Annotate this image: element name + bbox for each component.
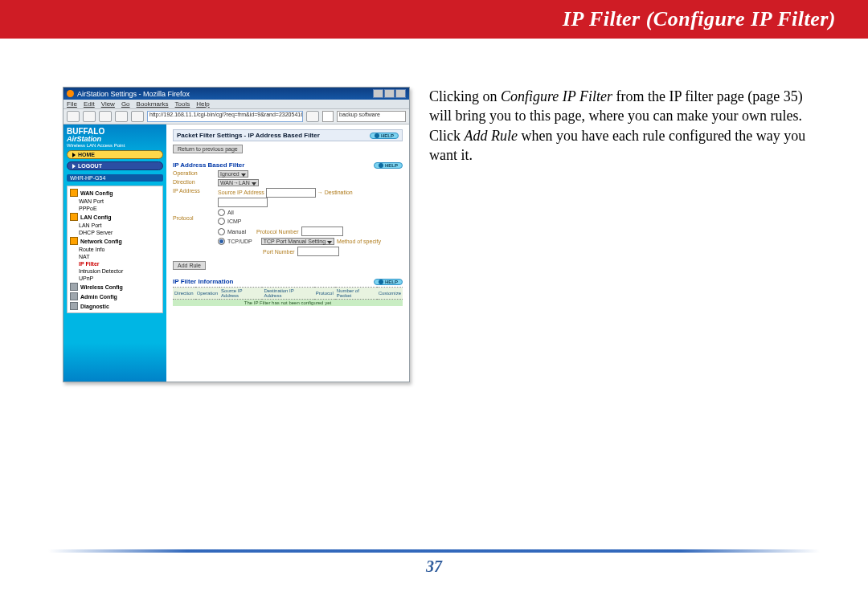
close-button[interactable] [395,89,406,98]
para-em: Add Rule [465,128,518,144]
ip-filter-info-table: Direction Operation Source IP Address De… [173,287,403,306]
col-packet-count: Number of Packet [335,288,377,300]
window-title-bar: AirStation Settings - Mozilla Firefox [63,88,409,100]
sidebar: BUFFALO AirStation Wireless LAN Access P… [63,124,166,382]
radio-manual-label: Manual [227,229,246,235]
nav-pppoe[interactable]: PPPoE [68,205,162,212]
menu-help[interactable]: Help [196,100,209,108]
search-engine-icon[interactable] [322,111,334,122]
col-operation: Operation [195,288,219,300]
content-page-title: Packet Filter Settings - IP Address Base… [173,129,403,141]
nav-label: DHCP Server [79,230,113,235]
menu-edit[interactable]: Edit [84,100,95,108]
nav-wan-port[interactable]: WAN Port [68,198,162,205]
nav-label: WAN Config [80,190,113,196]
nav-lan-port[interactable]: LAN Port [68,222,162,229]
return-button[interactable]: Return to previous page [173,145,243,153]
protocol-number-input[interactable] [301,227,343,236]
section-ip-filter-info-heading: IP Filter Information HELP [173,278,403,285]
menu-go[interactable]: Go [121,100,130,108]
help-button[interactable]: HELP [374,279,403,285]
home-label: HOME [78,152,95,157]
nav-ip-filter[interactable]: IP Filter [68,260,162,267]
nav-diagnostic[interactable]: Diagnostic [68,301,162,311]
nav-lan-config[interactable]: LAN Config [68,212,162,222]
arrow-right-icon [72,164,76,169]
radio-all-label: All [227,210,234,215]
menu-file[interactable]: File [67,100,77,108]
nav-route-info[interactable]: Route Info [68,246,162,253]
protocol-label: Protocol [173,215,213,221]
content-pane: Packet Filter Settings - IP Address Base… [166,124,409,382]
para-text: Clicking on [429,88,501,104]
nav-label: Network Config [80,239,122,244]
browser-toolbar: http://192.168.11.1/cgi-bin/cgi?req=frm&… [63,109,409,124]
nav-label: LAN Config [80,214,112,220]
nav-list: WAN Config WAN Port PPPoE LAN Config LAN… [67,186,163,313]
nav-admin-config[interactable]: Admin Config [68,292,162,301]
radio-tcpudp[interactable] [218,238,225,245]
nav-label: IP Filter [79,261,100,267]
address-bar[interactable]: http://192.168.11.1/cgi-bin/cgi?req=frm&… [147,111,303,122]
reload-button[interactable] [99,111,112,122]
empty-state-row: The IP Filter has not been configured ye… [173,300,403,307]
col-direction: Direction [173,288,195,300]
tcp-port-select[interactable]: TCP Port Manual Setting [261,238,334,245]
menu-view[interactable]: View [101,100,115,108]
radio-icmp[interactable] [218,218,225,225]
arrow-right-icon [72,153,76,157]
folder-icon [70,213,78,221]
nav-label: NAT [79,254,89,259]
home-button[interactable] [131,111,144,122]
dest-ip-input[interactable] [218,198,268,207]
nav-label: PPPoE [79,206,97,211]
operation-label: Operation [173,170,213,176]
port-number-label: Port Number [263,249,295,255]
direction-select[interactable]: WAN→LAN [218,179,259,186]
help-button[interactable]: HELP [370,133,399,139]
back-button[interactable] [67,111,80,122]
brand-main: AirStation [67,136,163,143]
home-pill-button[interactable]: HOME [67,150,163,159]
ip-address-label: IP Address [173,188,213,194]
logout-pill-button[interactable]: LOGOUT [67,161,163,170]
nav-wan-config[interactable]: WAN Config [68,188,162,198]
source-ip-input[interactable] [266,188,316,198]
nav-wireless-config[interactable]: Wireless Config [68,282,162,292]
search-input[interactable]: backup software [337,111,406,122]
nav-label: Intrusion Detector [79,268,123,274]
nav-label: WAN Port [79,198,104,204]
nav-upnp[interactable]: UPnP [68,275,162,282]
folder-icon [70,237,78,245]
para-em: Configure IP Filter [501,88,612,104]
radio-manual[interactable] [218,228,225,235]
nav-nat[interactable]: NAT [68,253,162,260]
nav-dhcp-server[interactable]: DHCP Server [68,229,162,236]
forward-button[interactable] [83,111,96,122]
maximize-button[interactable] [384,89,395,98]
menu-bookmarks[interactable]: Bookmarks [137,100,169,108]
go-button[interactable] [306,111,319,122]
source-ip-label: Source IP Address [218,190,264,195]
add-rule-button[interactable]: Add Rule [173,261,206,270]
port-number-input[interactable] [297,247,339,256]
nav-label: UPnP [79,276,93,281]
brand-logo: BUFFALO AirStation Wireless LAN Access P… [67,128,163,148]
method-label: Method of specify [337,239,381,244]
nav-label: LAN Port [79,222,101,228]
operation-select[interactable]: Ignored [218,170,248,178]
radio-tcpudp-label: TCP/UDP [227,239,252,244]
radio-all[interactable] [218,209,225,216]
firefox-icon [67,90,74,97]
nav-network-config[interactable]: Network Config [68,236,162,246]
menu-tools[interactable]: Tools [175,100,190,108]
menu-bar[interactable]: File Edit View Go Bookmarks Tools Help [63,100,409,109]
col-customize: Customize [377,288,403,300]
minimize-button[interactable] [373,89,383,98]
brand-tagline: Wireless LAN Access Point [67,143,163,148]
nav-intrusion-detector[interactable]: Intrusion Detector [68,267,162,275]
help-button[interactable]: HELP [374,162,403,169]
model-badge: WHR-HP-G54 [67,174,163,182]
nav-label: Route Info [79,247,104,252]
stop-button[interactable] [115,111,128,122]
